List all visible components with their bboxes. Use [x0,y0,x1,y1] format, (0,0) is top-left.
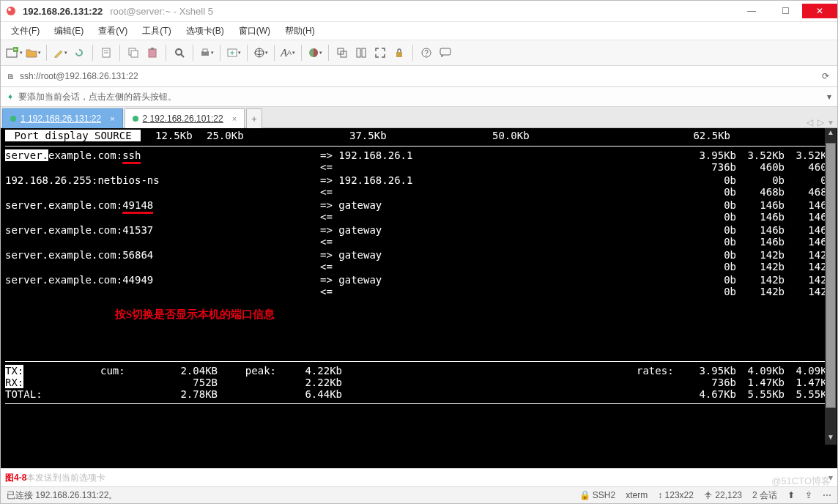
svg-rect-9 [131,51,138,57]
open-session-icon[interactable]: ▾ [24,44,42,62]
menu-view[interactable]: 查看(V) [92,23,133,39]
svg-rect-11 [151,48,154,50]
svg-line-13 [181,54,184,57]
status-cursor: ⸎ 22,123 [704,490,742,500]
watermark: @51CTO博客 [771,475,831,488]
menu-window[interactable]: 窗口(W) [233,23,276,39]
scroll-up-icon[interactable]: ▲ [825,128,837,140]
new-tab-button[interactable]: ＋ [246,108,262,128]
terminal[interactable]: Port display SOURCE 12.5Kb25.0Kb37.5Kb50… [1,128,837,468]
svg-rect-24 [362,48,366,57]
session-hint-bar: ➧ 要添加当前会话，点击左侧的箭头按钮。 ▾ [1,87,837,107]
status-dot-icon [10,116,16,122]
address-text[interactable]: ssh://root@192.168.26.131:22 [20,71,138,81]
maximize-button[interactable]: ☐ [768,4,802,18]
hint-text: 要添加当前会话，点击左侧的箭头按钮。 [18,91,177,103]
minimize-button[interactable]: — [735,4,768,18]
tab-scroll-right-icon[interactable]: ▷ [817,117,824,127]
lock-icon[interactable] [390,44,408,62]
svg-point-12 [176,49,182,55]
status-connected: 已连接 192.168.26.131:22。 [7,489,117,502]
file-transfer-icon[interactable]: ▾ [225,44,242,62]
address-bar: 🗈 ssh://root@192.168.26.131:22 ⟳ [1,66,837,87]
svg-rect-23 [357,48,360,57]
tab-close-icon[interactable]: × [232,114,237,123]
window-title-secondary: root@server:~ - Xshell 5 [110,6,213,17]
chat-icon[interactable] [437,44,454,62]
add-session-arrow-icon[interactable]: ➧ [7,92,14,102]
new-session-icon[interactable]: +▾ [5,44,23,62]
menu-tools[interactable]: 工具(T) [136,23,177,39]
fullscreen-icon[interactable] [371,44,389,62]
app-icon [5,5,17,17]
tab-menu-icon[interactable]: ▾ [828,117,833,127]
compose-placeholder: 本发送到当前选项卡 [26,472,105,484]
svg-rect-28 [440,48,450,55]
figure-label: 图4-8 [5,472,26,484]
scroll-thumb[interactable] [826,143,836,408]
lock-small-icon: 🗈 [7,71,15,81]
lock-status-icon: 🔒 SSH2 [579,490,616,500]
globe-icon[interactable]: ▾ [252,44,270,62]
compose-icon[interactable]: ▾ [51,44,69,62]
paste-icon[interactable] [144,44,161,62]
svg-text:?: ? [424,49,429,57]
font-icon[interactable]: AA▾ [279,44,297,62]
session-tabs: 1 192.168.26.131:22 × 2 192.168.26.101:2… [1,107,837,128]
menu-help[interactable]: 帮助(H) [279,23,321,39]
menu-edit[interactable]: 编辑(E) [48,23,89,39]
status-indicator-b: ⇪ [805,490,812,500]
status-indicator-c: ⋯ [823,490,831,500]
color-scheme-icon[interactable]: ▾ [306,44,324,62]
search-icon[interactable] [171,44,188,62]
terminal-scrollbar[interactable]: ▲ ▼ [825,128,837,445]
help-icon[interactable]: ? [418,44,435,62]
reconnect-small-icon[interactable]: ⟳ [820,71,831,81]
copy-icon[interactable] [125,44,142,62]
compose-bar[interactable]: 图4-8 本发送到当前选项卡 ▾ [1,468,837,486]
status-bar: 已连接 192.168.26.131:22。 🔒 SSH2 xterm ↕ 12… [1,486,837,503]
status-size: ↕ 123x22 [658,490,694,500]
toolbar: +▾ ▾ ▾ ▾ ▾ ▾ AA▾ ▾ ? [1,40,837,66]
tab-close-icon[interactable]: × [110,114,114,123]
close-button[interactable]: ✕ [802,4,837,18]
titlebar: 192.168.26.131:22 root@server:~ - Xshell… [1,1,837,22]
menubar: 文件(F) 编辑(E) 查看(V) 工具(T) 选项卡(B) 窗口(W) 帮助(… [1,22,837,40]
status-dot-icon [133,116,138,122]
svg-rect-10 [149,49,156,57]
svg-rect-25 [396,52,402,57]
svg-point-1 [8,8,11,11]
reconnect-icon[interactable] [70,44,88,62]
scroll-down-icon[interactable]: ▼ [825,433,837,445]
svg-point-0 [7,7,15,15]
svg-rect-15 [203,49,207,52]
menu-tabs[interactable]: 选项卡(B) [180,23,230,39]
status-termtype: xterm [626,490,648,500]
properties-icon[interactable] [97,44,115,62]
tab-session-1[interactable]: 1 192.168.26.131:22 × [2,108,123,128]
print-icon[interactable]: ▾ [198,44,215,62]
window-title-primary: 192.168.26.131:22 [23,6,103,17]
tab-scroll-left-icon[interactable]: ◁ [807,117,813,127]
svg-text:+: + [13,47,17,53]
cascade-icon[interactable] [333,44,351,62]
status-sessions: 2 会话 [752,489,777,502]
menu-file[interactable]: 文件(F) [5,23,45,39]
status-indicator-a: ⬆ [787,490,795,500]
tab-session-2[interactable]: 2 192.168.26.101:22 × [125,108,245,128]
hint-collapse-icon[interactable]: ▾ [827,92,831,102]
tile-icon[interactable] [352,44,370,62]
